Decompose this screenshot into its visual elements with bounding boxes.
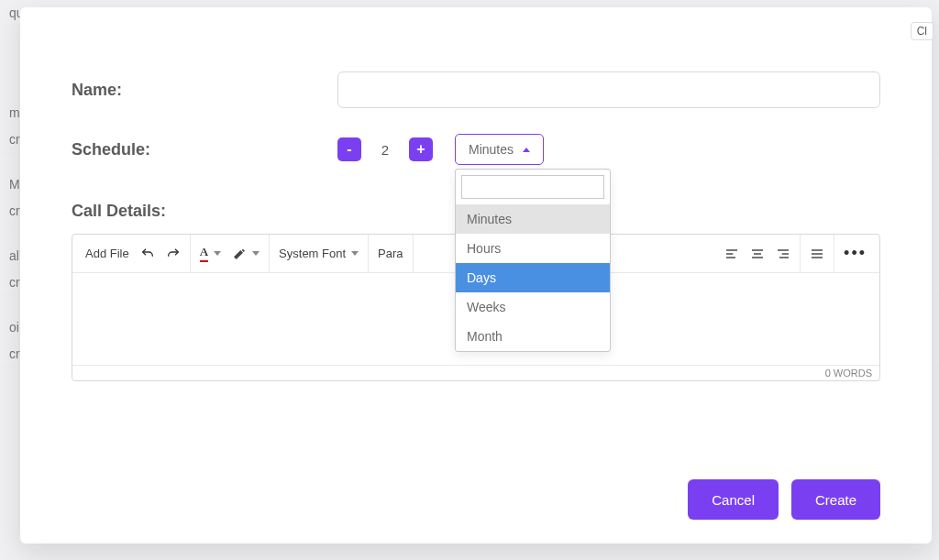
unit-select: Minutes Minutes Hours Days Weeks Month xyxy=(455,134,544,165)
name-row: Name: xyxy=(72,71,880,108)
highlight-button[interactable] xyxy=(232,247,260,261)
unit-selected-label: Minutes xyxy=(469,142,514,157)
chevron-down-icon xyxy=(214,251,221,256)
name-input[interactable] xyxy=(337,71,880,108)
align-center-icon[interactable] xyxy=(750,247,765,261)
undo-icon[interactable] xyxy=(140,247,155,261)
redo-icon[interactable] xyxy=(166,247,181,261)
decrement-button[interactable]: - xyxy=(337,137,361,161)
increment-button[interactable]: + xyxy=(409,137,433,161)
chevron-down-icon xyxy=(351,251,359,256)
schedule-row: Schedule: - 2 + Minutes Minutes Hours Da… xyxy=(72,134,880,165)
more-menu-icon[interactable]: ••• xyxy=(844,244,867,263)
word-count: 0 WORDS xyxy=(72,365,879,380)
align-left-icon[interactable] xyxy=(724,247,739,261)
align-justify-icon[interactable] xyxy=(810,247,824,261)
name-label: Name: xyxy=(72,81,337,100)
unit-option-minutes[interactable]: Minutes xyxy=(456,204,610,234)
close-button[interactable]: Cl xyxy=(911,22,933,40)
schedule-value: 2 xyxy=(370,142,400,158)
create-button[interactable]: Create xyxy=(791,479,880,520)
add-file-button[interactable]: Add File xyxy=(85,247,129,260)
schedule-controls: - 2 + Minutes Minutes Hours Days Weeks M… xyxy=(337,134,544,165)
cancel-button[interactable]: Cancel xyxy=(688,479,779,520)
block-format-label: Para xyxy=(378,247,403,260)
schedule-label: Schedule: xyxy=(72,140,337,159)
unit-option-days[interactable]: Days xyxy=(456,263,610,292)
modal-actions: Cancel Create xyxy=(688,479,880,520)
unit-search-input[interactable] xyxy=(461,175,604,199)
unit-dropdown: Minutes Hours Days Weeks Month xyxy=(455,169,611,352)
align-right-icon[interactable] xyxy=(776,247,790,261)
chevron-down-icon xyxy=(252,251,260,256)
block-format-select[interactable]: Para xyxy=(378,247,403,260)
font-family-select[interactable]: System Font xyxy=(279,247,359,260)
modal-dialog: Cl Name: Schedule: - 2 + Minutes Minutes… xyxy=(20,7,932,544)
unit-option-weeks[interactable]: Weeks xyxy=(456,292,610,322)
text-color-button[interactable]: A xyxy=(200,245,221,262)
caret-up-icon xyxy=(523,148,530,152)
text-color-a-icon: A xyxy=(200,245,208,262)
unit-option-month[interactable]: Month xyxy=(456,322,610,351)
font-family-label: System Font xyxy=(279,247,346,260)
unit-select-button[interactable]: Minutes xyxy=(455,134,544,165)
unit-option-hours[interactable]: Hours xyxy=(456,234,610,263)
